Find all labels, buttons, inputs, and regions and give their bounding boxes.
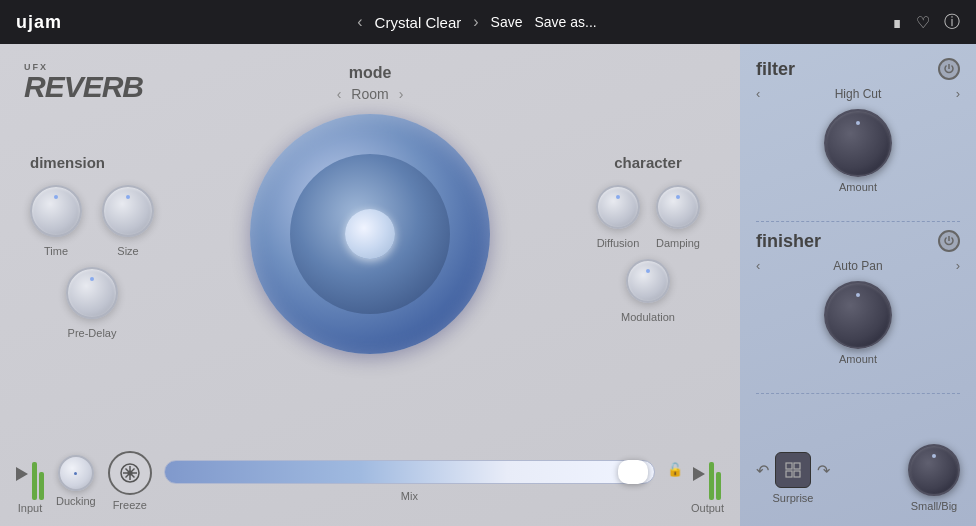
- predelay-knob-group: Pre-Delay: [30, 267, 154, 339]
- filter-power-button[interactable]: [938, 58, 960, 80]
- filter-knob-center: [756, 109, 960, 177]
- predelay-label: Pre-Delay: [68, 327, 117, 339]
- mode-section: mode ‹ Room ›: [337, 64, 404, 102]
- save-button[interactable]: Save: [491, 14, 523, 30]
- mix-slider-track[interactable]: [164, 460, 655, 484]
- mix-group: 🔓 Mix: [164, 460, 655, 502]
- save-as-button[interactable]: Save as...: [535, 14, 597, 30]
- lock-icon[interactable]: 🔓: [667, 462, 683, 477]
- modulation-row: Modulation: [596, 259, 700, 323]
- mode-next-arrow[interactable]: ›: [399, 86, 404, 102]
- freeze-icon: [119, 462, 141, 484]
- finisher-amount-label: Amount: [756, 353, 960, 365]
- size-knob[interactable]: [102, 185, 154, 237]
- input-meter-area: [16, 448, 44, 500]
- character-knob-row: Diffusion Damping: [596, 185, 700, 249]
- finisher-prev-arrow[interactable]: ‹: [756, 258, 760, 273]
- info-icon[interactable]: ⓘ: [944, 12, 960, 33]
- filter-nav-row: ‹ High Cut ›: [756, 86, 960, 101]
- finisher-next-arrow[interactable]: ›: [956, 258, 960, 273]
- vu-bar-2: [39, 472, 44, 500]
- redo-icon[interactable]: ↷: [817, 461, 830, 480]
- filter-amount-label: Amount: [756, 181, 960, 193]
- preset-next-arrow[interactable]: ›: [473, 13, 478, 31]
- small-big-knob[interactable]: [908, 444, 960, 496]
- damping-label: Damping: [656, 237, 700, 249]
- top-bar-icons: ∎ ♡ ⓘ: [892, 12, 960, 33]
- size-knob-group: Size: [102, 185, 154, 257]
- diffusion-knob[interactable]: [596, 185, 640, 229]
- reverb-logo: REVERB: [24, 70, 143, 104]
- left-panel: UFX REVERB mode ‹ Room › dimension: [0, 44, 740, 526]
- svg-rect-6: [786, 463, 792, 469]
- mode-value-row: ‹ Room ›: [337, 86, 404, 102]
- output-play-button[interactable]: [693, 467, 705, 481]
- small-big-group: Small/Big: [908, 444, 960, 512]
- time-label: Time: [44, 245, 68, 257]
- grid-surprise-icon: [784, 461, 802, 479]
- right-bottom-controls: ↶ ↷ Surprise: [756, 436, 960, 512]
- vu-bar-4: [716, 472, 721, 500]
- preset-name: Crystal Clear: [375, 14, 462, 31]
- time-knob-dot: [54, 195, 58, 199]
- reverb-sphere-area: [240, 104, 500, 364]
- filter-prev-arrow[interactable]: ‹: [756, 86, 760, 101]
- panel-divider: [756, 221, 960, 222]
- dimension-section: dimension Time Size: [30, 154, 154, 339]
- svg-rect-7: [794, 463, 800, 469]
- bottom-bar: Input Ducking: [0, 448, 740, 514]
- finisher-power-icon: [943, 235, 955, 247]
- surprise-center-button[interactable]: [775, 452, 811, 488]
- freeze-button[interactable]: [108, 451, 152, 495]
- reverb-text: REVERB: [24, 70, 143, 104]
- bottom-divider: [756, 393, 960, 394]
- mode-prev-arrow[interactable]: ‹: [337, 86, 342, 102]
- mode-value: Room: [351, 86, 388, 102]
- filter-knob-dot: [856, 121, 860, 125]
- modulation-knob-group: Modulation: [621, 259, 675, 323]
- freeze-label: Freeze: [113, 499, 147, 511]
- ducking-knob[interactable]: [58, 455, 94, 491]
- time-knob-group: Time: [30, 185, 82, 257]
- filter-value: High Cut: [835, 87, 882, 101]
- input-group: Input: [16, 448, 44, 514]
- brand-logo: ujam: [16, 12, 62, 33]
- output-label: Output: [691, 502, 724, 514]
- ducking-label: Ducking: [56, 495, 96, 507]
- reverb-sphere-inner: [290, 154, 450, 314]
- finisher-power-button[interactable]: [938, 230, 960, 252]
- output-meter-area: [693, 448, 721, 500]
- vu-bar-1: [32, 462, 37, 500]
- output-vu-meter: [709, 448, 721, 500]
- size-label: Size: [117, 245, 138, 257]
- bell-icon[interactable]: ♡: [916, 13, 930, 32]
- small-big-label: Small/Big: [911, 500, 957, 512]
- undo-icon[interactable]: ↶: [756, 461, 769, 480]
- ducking-dot: [74, 472, 77, 475]
- predelay-knob-dot: [90, 277, 94, 281]
- finisher-header: finisher: [756, 230, 960, 252]
- svg-rect-9: [794, 471, 800, 477]
- filter-section: filter ‹ High Cut › Amount: [756, 58, 960, 213]
- preset-prev-arrow[interactable]: ‹: [357, 13, 362, 31]
- filter-amount-knob[interactable]: [824, 109, 892, 177]
- mix-slider-thumb[interactable]: [618, 460, 648, 484]
- time-knob[interactable]: [30, 185, 82, 237]
- mix-slider-container: 🔓: [164, 460, 655, 484]
- dimension-knob-row: Time Size: [30, 185, 154, 257]
- grid-icon[interactable]: ∎: [892, 13, 902, 32]
- damping-knob[interactable]: [656, 185, 700, 229]
- filter-next-arrow[interactable]: ›: [956, 86, 960, 101]
- filter-header: filter: [756, 58, 960, 80]
- finisher-amount-knob[interactable]: [824, 281, 892, 349]
- input-play-button[interactable]: [16, 467, 28, 481]
- finisher-knob-center: [756, 281, 960, 349]
- surprise-label: Surprise: [773, 492, 814, 504]
- size-knob-dot: [126, 195, 130, 199]
- diffusion-label: Diffusion: [597, 237, 640, 249]
- input-label: Input: [18, 502, 42, 514]
- modulation-knob-dot: [646, 269, 650, 273]
- mix-label: Mix: [401, 490, 418, 502]
- modulation-knob[interactable]: [626, 259, 670, 303]
- predelay-knob[interactable]: [66, 267, 118, 319]
